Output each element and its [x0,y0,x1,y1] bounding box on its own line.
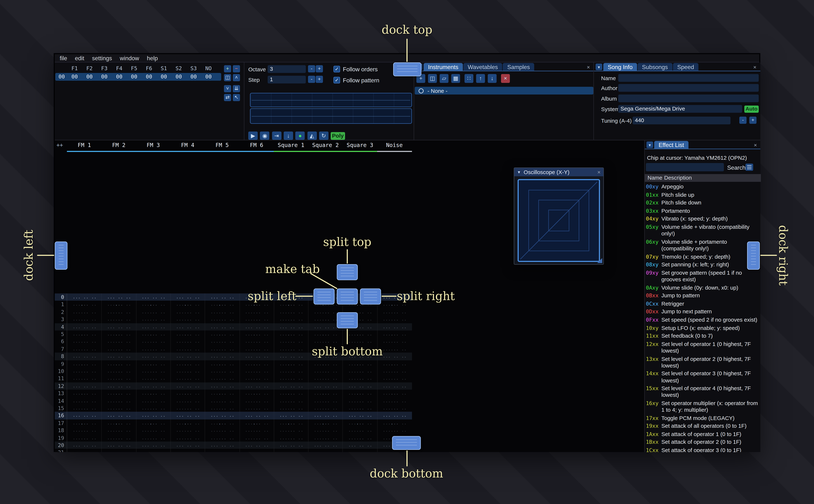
split-target-top[interactable] [337,264,358,280]
open-instrument-button[interactable]: ▱ [440,74,449,83]
author-field[interactable] [618,84,759,92]
dock-target-bottom[interactable] [392,436,421,450]
effect-row-15xx[interactable]: 15xxSet level of operator 4 (0 highest, … [646,385,760,399]
orders-move-down-button[interactable]: ˅ [224,85,231,92]
effect-row-19xx[interactable]: 19xxSet attack of all operators (0 to 1F… [646,423,760,430]
name-field[interactable] [618,74,759,82]
effect-row-02xx[interactable]: 02xxPitch slide down [646,200,760,207]
transport-play-button[interactable]: ▶ [248,132,258,140]
effect-row-08xy[interactable]: 08xySet panning (x: left; y: right) [646,261,760,268]
pattern-cell[interactable]: ... .. .. ... [273,449,308,452]
pattern-row-13[interactable]: 13... .. .. ...... .. .. ...... .. .. ..… [55,390,412,397]
orders-duplicate-button[interactable]: ◫ [224,74,231,81]
instrument-folders-button[interactable]: ∷ [465,74,473,83]
effect-row-1Cxx[interactable]: 1CxxSet attack of operator 3 (0 to 1F) [646,447,760,452]
split-target-right[interactable] [360,288,381,305]
menu-item-settings[interactable]: settings [88,54,116,62]
effect-row-0Axy[interactable]: 0AxyVolume slide (0y: down, x0: up) [646,284,760,291]
effect-search-input[interactable] [646,163,724,171]
make-tab-target[interactable] [337,288,358,305]
pattern-cell[interactable]: ... .. .. ... [67,449,102,452]
pattern-row-10[interactable]: 10... .. .. ...... .. .. ...... .. .. ..… [55,367,412,375]
oscilloscope-xy-window[interactable]: ▼ Oscilloscope (X-Y) × [514,167,604,265]
pattern-row-16[interactable]: 16... .. .. ...... .. .. ...... .. .. ..… [55,412,412,419]
effect-row-10xy[interactable]: 10xySetup LFO (x: enable; y: speed) [646,325,760,332]
effect-row-12xx[interactable]: 12xxSet level of operator 1 (0 highest, … [646,341,760,354]
split-target-bottom[interactable] [337,312,358,328]
menu-item-help[interactable]: help [143,54,162,62]
oscilloscope-title-bar[interactable]: ▼ Oscilloscope (X-Y) × [514,168,603,176]
save-instrument-button[interactable]: ▦ [451,74,460,83]
pattern-cell[interactable]: ... .. .. ... [136,449,171,452]
pattern-row-6[interactable]: 6... .. .. ...... .. .. ...... .. .. ...… [55,338,412,345]
effect-row-09xy[interactable]: 09xySet groove pattern (speed 1 if no gr… [646,270,760,283]
orders-duplicate-to-end-button[interactable]: ⇊ [233,85,240,92]
pattern-cell[interactable]: ... .. .. ... [205,449,240,452]
pattern-row-21[interactable]: 21... .. .. ...... .. .. ...... .. .. ..… [55,449,412,452]
transport-repeat-pattern-button[interactable]: ↻ [319,132,328,140]
pattern-cell[interactable]: ... .. .. ... [239,449,274,452]
move-instrument-up-button[interactable]: ↑ [476,74,485,83]
transport-metronome-button[interactable]: ◭ [307,132,317,140]
effect-row-05xy[interactable]: 05xyVolume slide + vibrato (compatibilit… [646,224,760,237]
effect-row-03xx[interactable]: 03xxPortamento [646,208,760,214]
menu-item-window[interactable]: window [116,54,143,62]
transport-play-from-cursor-button[interactable]: ⇥ [272,132,281,140]
transport-edit-record-button[interactable]: ● [295,132,305,140]
menu-item-file[interactable]: file [56,54,71,62]
system-field[interactable]: Sega Genesis/Mega Drive [618,105,742,113]
close-icon[interactable]: × [752,141,759,149]
effect-row-0Bxx[interactable]: 0BxxJump to pattern [646,292,760,299]
effect-row-11xx[interactable]: 11xxSet feedback (0 to 7) [646,333,760,340]
orders-edit-mode-button[interactable]: ↖ [233,94,240,101]
pattern-row-4[interactable]: 4... .. .. ...... .. .. ...... .. .. ...… [55,323,412,330]
effect-row-17xx[interactable]: 17xxToggle PCM mode (LEGACY) [646,415,760,422]
close-icon[interactable]: × [597,169,601,175]
move-instrument-down-button[interactable]: ↓ [488,74,497,83]
menu-item-edit[interactable]: edit [71,54,88,62]
pattern-row-17[interactable]: 17... .. .. ...... .. .. ...... .. .. ..… [55,419,412,427]
poly-toggle-button[interactable]: Poly [331,132,345,140]
tuning-increase-button[interactable]: + [749,117,757,124]
pattern-row-11[interactable]: 11... .. .. ...... .. .. ...... .. .. ..… [55,375,412,382]
effect-row-06xy[interactable]: 06xyVolume slide + portamento (compatibi… [646,239,760,252]
pattern-row-14[interactable]: 14... .. .. ...... .. .. ...... .. .. ..… [55,397,412,405]
collapse-icon[interactable]: ▼ [596,64,602,70]
effect-row-14xx[interactable]: 14xxSet level of operator 3 (0 highest, … [646,370,760,384]
tab-subsongs[interactable]: Subsongs [638,63,672,71]
collapse-icon[interactable]: ▼ [517,170,521,174]
pattern-row-20[interactable]: 20... .. .. ...... .. .. ...... .. .. ..… [55,442,412,449]
orders-add-button[interactable]: + [224,65,231,72]
pattern-row-15[interactable]: 15... .. .. ...... .. .. ...... .. .. ..… [55,405,412,412]
effect-row-0Cxx[interactable]: 0CxxRetrigger [646,300,760,307]
orders-change-all-button[interactable]: ⇄ [224,94,231,101]
pattern-cell[interactable]: ... .. .. ... [342,449,377,452]
pattern-cell[interactable]: ... .. .. ... [308,449,343,452]
pattern-row-0[interactable]: 0... .. .. ...... .. .. ...... .. .. ...… [55,293,412,301]
tab-speed[interactable]: Speed [673,63,698,71]
pattern-row-2[interactable]: 2... .. .. ...... .. .. ...... .. .. ...… [55,308,412,316]
system-auto-button[interactable]: Auto [744,105,759,113]
dock-target-top[interactable] [393,62,422,76]
delete-instrument-button[interactable]: × [501,74,510,83]
effect-row-07xy[interactable]: 07xyTremolo (x: speed; y: depth) [646,253,760,260]
tuning-decrease-button[interactable]: - [739,117,747,124]
pattern-row-3[interactable]: 3... .. .. ...... .. .. ...... .. .. ...… [55,316,412,323]
effect-row-01xx[interactable]: 01xxPitch slide up [646,192,760,198]
effect-row-04xy[interactable]: 04xyVibrato (x: speed; y: depth) [646,216,760,223]
tuning-field[interactable]: 440 [633,117,731,124]
pattern-row-9[interactable]: 9... .. .. ...... .. .. ...... .. .. ...… [55,360,412,367]
tab-effect-list[interactable]: Effect List [654,141,689,149]
close-icon[interactable]: × [751,63,759,71]
effect-row-0Fxx[interactable]: 0FxxSet speed (speed 2 if no grooves exi… [646,317,760,323]
pattern-cell[interactable]: ... .. .. ... [170,449,205,452]
transport-play-pattern-button[interactable]: ◉ [260,132,269,140]
tab-song-info[interactable]: Song Info [603,63,637,71]
transport-step-one-row-button[interactable]: ↓ [284,132,293,140]
pattern-row-18[interactable]: 18... .. .. ...... .. .. ...... .. .. ..… [55,427,412,434]
dock-target-left[interactable] [55,242,67,270]
effect-row-13xx[interactable]: 13xxSet level of operator 2 (0 highest, … [646,356,760,369]
effect-list-menu-button[interactable] [745,164,753,171]
duplicate-instrument-button[interactable]: ◫ [428,74,437,83]
orders-remove-button[interactable]: − [233,65,240,72]
